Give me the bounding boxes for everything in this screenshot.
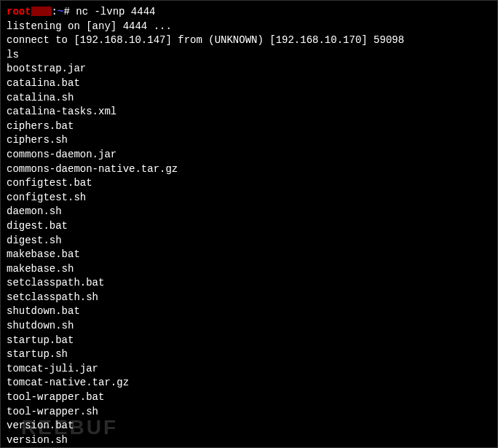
- file-entry: ciphers.sh: [7, 133, 491, 148]
- file-entry: ciphers.bat: [7, 119, 491, 134]
- file-entry: makebase.sh: [7, 262, 491, 277]
- command-text: nc -lvnp 4444: [76, 6, 155, 17]
- file-entry: version.bat: [7, 419, 491, 433]
- file-entry: configtest.sh: [7, 191, 491, 205]
- file-entry: tomcat-native.tar.gz: [7, 376, 491, 390]
- file-entry: commons-daemon.jar: [7, 148, 491, 162]
- prompt-symbol: #: [63, 6, 69, 17]
- file-entry: configtest.bat: [7, 176, 491, 191]
- file-entry: catalina.sh: [7, 91, 491, 106]
- file-entry: catalina.bat: [7, 76, 491, 91]
- typed-command: ls: [7, 48, 491, 63]
- file-entry: setclasspath.sh: [7, 291, 491, 305]
- output-connect: connect to [192.168.10.147] from (UNKNOW…: [7, 34, 491, 48]
- file-entry: tool-wrapper.sh: [7, 405, 491, 420]
- file-entry: startup.bat: [7, 334, 491, 348]
- file-entry: commons-daemon-native.tar.gz: [7, 162, 491, 177]
- file-entry: shutdown.sh: [7, 319, 491, 334]
- file-entry: daemon.sh: [7, 205, 491, 219]
- file-entry: setclasspath.bat: [7, 276, 491, 291]
- file-entry: bootstrap.jar: [7, 62, 491, 76]
- file-entry: digest.sh: [7, 234, 491, 248]
- redacted-hostname: [31, 7, 52, 16]
- file-entry: catalina-tasks.xml: [7, 105, 491, 119]
- terminal-output[interactable]: root:~# nc -lvnp 4444 listening on [any]…: [7, 5, 491, 448]
- file-entry: digest.bat: [7, 219, 491, 234]
- file-entry: tomcat-juli.jar: [7, 362, 491, 377]
- file-entry: shutdown.bat: [7, 304, 491, 319]
- prompt-line: root:~# nc -lvnp 4444: [7, 5, 491, 20]
- file-list: bootstrap.jarcatalina.batcatalina.shcata…: [7, 62, 491, 447]
- file-entry: version.sh: [7, 433, 491, 448]
- file-entry: startup.sh: [7, 347, 491, 362]
- file-entry: tool-wrapper.bat: [7, 390, 491, 405]
- file-entry: makebase.bat: [7, 248, 491, 262]
- output-listening: listening on [any] 4444 ...: [7, 20, 491, 34]
- prompt-user: root: [7, 6, 31, 17]
- prompt-separator: :: [52, 6, 58, 17]
